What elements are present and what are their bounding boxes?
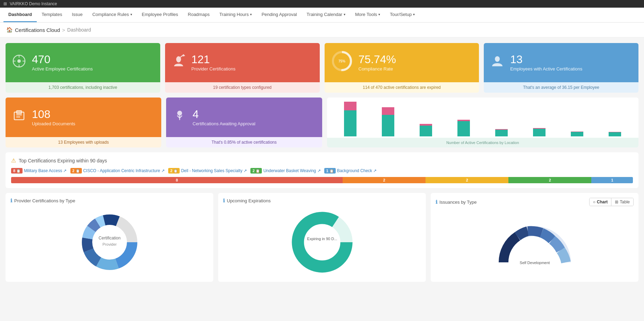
nav-bar: DashboardTemplatesIssueCompliance Rules … [0,8,644,23]
nav-item-employee-profiles[interactable]: Employee Profiles [137,8,183,22]
cert-link[interactable]: Underwater Basket Weaving ↗ [263,168,320,173]
issuances-by-type-panel: ℹ Issuances by Type ○ Chart ⊞ Table [431,193,638,282]
bar-chart-body [327,98,639,138]
breadcrumb: 🏠 Certifications Cloud > Dashboard [0,23,644,37]
bar-segment-green [571,132,583,136]
stat-card-active-certs: 470Active Employee Certifications1,703 c… [6,43,160,93]
nav-item-training-calendar[interactable]: Training Calendar ▾ [302,8,350,22]
chart-toggle-table[interactable]: ⊞ Table [611,198,633,206]
cert-badge: 8 📋Military Base Access ↗ [11,168,67,174]
app-title: VAIRKKO Demo Instance [10,1,57,6]
nav-item-more-tools[interactable]: More Tools ▾ [350,8,385,22]
badge-count: 8 📋 [11,168,23,174]
expiring-section: ⚠ Top Certifications Expiring within 90 … [6,152,638,188]
nav-item-tour-setup[interactable]: Tour/Setup ▾ [385,8,420,22]
svg-text:75%: 75% [338,59,345,63]
table-icon: ⊞ [615,200,618,204]
bar-segment-green [533,129,546,136]
stat-card-body-compliance-rate: 75% 75.74%Compliance Rate [325,43,479,82]
stat-card-awaiting-approval: 4Certifications Awaiting ApprovalThat's … [166,98,322,147]
nav-item-training-hours[interactable]: Training Hours ▾ [214,8,257,22]
app-icon: ⊞ [3,1,7,6]
stat-card-icon-awaiting-approval [172,109,187,126]
bar-segment-green [609,132,621,136]
svg-text:Provider: Provider [102,242,117,246]
panel-title-text-3: Issuances by Type [439,200,476,205]
donut-svg-provider: Certification Provider [75,211,144,273]
svg-text:Expiring in 90 D...: Expiring in 90 D... [307,237,337,241]
bottom-charts-row: ℹ Provider Certifications by Type Cert [6,193,638,282]
stat-card-footer-compliance-rate: 114 of 470 active certifications are exp… [325,82,479,93]
stat-card-number-active-certs: 470 [32,54,154,65]
panel-title: ℹ Provider Certifications by Type [10,198,75,203]
stat-card-icon-provider-certs [171,54,186,71]
nav-item-issue[interactable]: Issue [67,8,87,22]
badge-count: 2 📋 [70,168,82,174]
donut-chart-expiry: Expiring in 90 D... [223,208,421,277]
expiry-bar-segment: 1 [591,177,633,183]
stat-card-label-uploaded-docs: Uploaded Documents [32,121,155,126]
stat-card-icon-compliance-rate: 75% [331,50,353,75]
donut-svg-issuances: Self Development [497,214,573,273]
breadcrumb-separator: > [62,27,65,33]
bar-group [408,124,444,136]
stat-card-number-awaiting-approval: 4 [192,109,316,120]
chart-toggle-chart[interactable]: ○ Chart [590,198,612,206]
cert-link[interactable]: Background Check ↗ [337,168,377,173]
stat-card-number-compliance-rate: 75.74% [359,54,473,65]
bar-group [484,129,520,136]
stat-card-info-awaiting-approval: 4Certifications Awaiting Approval [192,109,316,126]
stat-card-uploaded-docs: 108Uploaded Documents13 Employees with u… [6,98,161,147]
cert-link[interactable]: Dell - Networking Sales Specialty ↗ [181,168,247,173]
dropdown-caret-training-hours: ▾ [250,12,252,16]
nav-item-compliance-rules[interactable]: Compliance Rules ▾ [87,8,137,22]
bar-chart-footer: Number of Active Certifications by Locat… [327,138,639,147]
svg-point-17 [177,111,182,116]
stat-cards-row1: 470Active Employee Certifications1,703 c… [6,43,638,93]
bar-segment-green [495,130,508,136]
stat-card-footer-provider-certs: 19 certification types configured [165,82,320,93]
breadcrumb-current: Dashboard [67,27,91,33]
chart-icon: ○ [593,200,595,204]
donut-chart-provider: Certification Provider [10,208,208,277]
bar-group [597,132,633,136]
nav-item-dashboard[interactable]: Dashboard [3,8,37,22]
cert-badge: 2 📋Underwater Basket Weaving ↗ [250,168,320,174]
panel-header-3: ℹ Issuances by Type ○ Chart ⊞ Table [436,198,634,206]
chart-toggle: ○ Chart ⊞ Table [589,198,634,206]
stat-card-icon-uploaded-docs [12,109,26,126]
svg-rect-14 [17,111,22,113]
nav-item-roadmaps[interactable]: Roadmaps [183,8,215,22]
badge-count: 2 📋 [168,168,180,174]
nav-item-templates[interactable]: Templates [37,8,67,22]
panel-header: ℹ Provider Certifications by Type [10,198,208,203]
panel-title-text-2: Upcoming Expirations [227,198,271,203]
bar-segment-green [344,110,357,136]
home-icon[interactable]: 🏠 [6,27,13,33]
title-bar: ⊞ VAIRKKO Demo Instance [0,0,644,8]
stat-card-provider-certs: 121Provider Certifications19 certificati… [165,43,320,93]
bar-segment-green [420,126,432,136]
bar-group [522,128,557,136]
nav-item-pending-approval[interactable]: Pending Approval [257,8,302,22]
cert-link[interactable]: Military Base Access ↗ [24,168,67,173]
expiry-bar: 82221 [11,177,633,183]
stat-card-label-employees-active: Employees with Active Certifications [510,66,632,71]
stat-card-info-uploaded-docs: 108Uploaded Documents [32,109,155,126]
stat-card-label-compliance-rate: Compliance Rate [359,66,473,71]
bar-group [370,107,406,136]
donut-svg-expiry: Expiring in 90 D... [291,211,353,273]
stat-card-footer-active-certs: 1,703 certifications, including inactive [6,82,160,93]
stat-cards-row2: 108Uploaded Documents13 Employees with u… [6,98,638,147]
stat-card-footer-employees-active: That's an average of 36.15 per Employee [484,82,638,93]
donut-chart-issuances: Self Development [436,210,634,276]
dropdown-caret-more-tools: ▾ [378,12,380,16]
cert-link[interactable]: CISCO - Application Centric Infrastructu… [83,168,165,173]
stat-card-employees-active: 13Employees with Active CertificationsTh… [484,43,638,93]
cert-badge: 2 📋CISCO - Application Centric Infrastru… [70,168,165,174]
panel-title-2: ℹ Upcoming Expirations [223,198,271,203]
panel-title-3: ℹ Issuances by Type [436,199,476,205]
bar-segment-green [457,121,470,136]
panel-title-text: Provider Certifications by Type [14,198,75,203]
stat-card-info-provider-certs: 121Provider Certifications [191,54,314,71]
